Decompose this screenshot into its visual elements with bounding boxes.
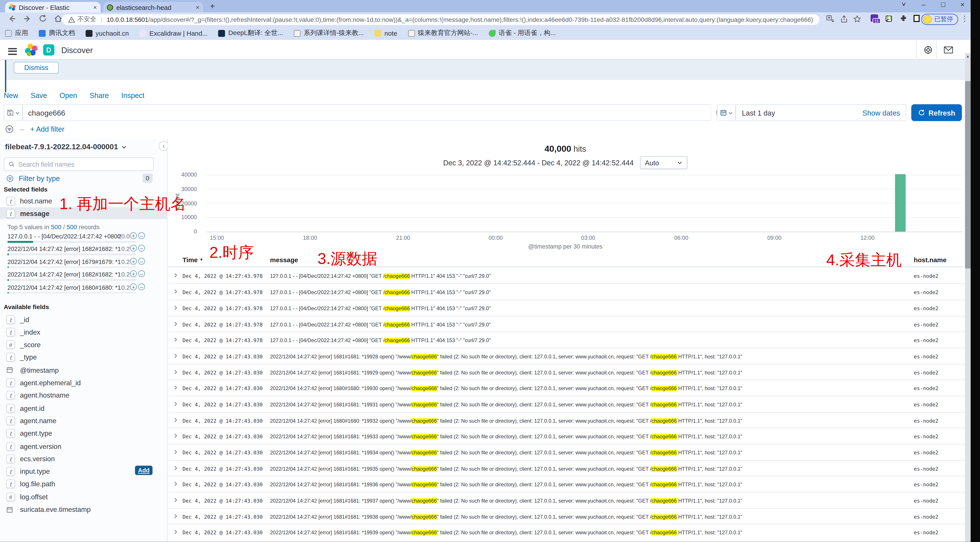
records-link[interactable]: 500 [51,223,61,230]
filter-for-value-icon[interactable]: + [130,232,137,239]
bookmark-item[interactable]: 腾讯文档 [39,29,75,37]
filter-for-value-icon[interactable]: + [130,270,137,277]
date-quick-select-button[interactable] [717,105,735,121]
expand-row-icon[interactable] [173,385,178,390]
sidebar-field-agent-id[interactable]: tagent.id [0,402,156,414]
menu-share[interactable]: Share [90,92,109,99]
filter-out-value-icon[interactable]: – [138,232,145,239]
table-row[interactable]: Dec 4, 2022 @ 14:27:43.978127.0.0.1 - - … [168,331,966,348]
sidebar-field--id[interactable]: t_id [0,313,156,325]
profile-chip[interactable]: 已暂停 [921,14,958,25]
new-tab-button[interactable]: + [210,1,215,11]
date-range-control[interactable]: Last 1 day Show dates [735,105,906,121]
sidebar-field-log-file-path[interactable]: tlog.file.path [0,478,156,490]
show-dates-link[interactable]: Show dates [862,109,900,116]
elastic-logo[interactable] [25,44,37,56]
expand-row-icon[interactable] [173,321,178,326]
sidebar-field--index[interactable]: t_index [0,326,156,338]
extension-head-icon[interactable] [885,14,893,22]
table-row[interactable]: Dec 4, 2022 @ 14:27:43.0302022/12/04 14:… [168,364,966,380]
expand-row-icon[interactable] [173,449,178,454]
refresh-button[interactable]: Refresh [911,105,962,121]
filter-out-value-icon[interactable]: – [138,258,145,265]
field-search[interactable] [4,157,154,171]
sidebar-collapse-button[interactable]: ‹ [159,141,169,151]
tab-close-icon[interactable]: × [93,4,97,11]
bookmark-item[interactable]: Excalidraw | Hand... [140,29,208,37]
window-maximize-icon[interactable]: □ [936,1,950,8]
filter-out-value-icon[interactable]: – [138,270,145,277]
sidebar-field-agent-hostname[interactable]: tagent.hostname [0,390,156,401]
expand-row-icon[interactable] [173,482,178,487]
scrollbar-thumb[interactable] [965,81,971,269]
bookmark-item[interactable]: 系列课详情-猿来教... [294,29,364,37]
sidebar-field-agent-ephemeral-id[interactable]: tagent.ephemeral_id [0,377,156,388]
window-close-icon[interactable]: × [956,1,969,8]
window-minimize-icon[interactable]: – [917,1,931,8]
home-icon[interactable] [54,14,63,23]
table-row[interactable]: Dec 4, 2022 @ 14:27:43.0302022/12/04 14:… [168,412,966,428]
column-time[interactable]: Time ▼ [183,256,203,263]
forward-icon[interactable] [23,14,32,23]
histogram-bar[interactable] [895,174,905,231]
records-link[interactable]: 500 [67,223,77,230]
url-bar[interactable]: 不安全 | 10.0.0.18:5601/app/discover#/?_g=(… [62,14,819,25]
sidebar-field-ecs-version[interactable]: tecs.version [0,453,156,465]
help-icon[interactable] [924,46,932,54]
query-input[interactable]: chaoge666 KQL [22,105,711,121]
sidebar-field-input-type[interactable]: tinput.typeAdd [0,465,156,477]
interval-select[interactable]: Auto [640,156,687,169]
sidebar-field-agent-version[interactable]: tagent.version [0,440,156,452]
expand-row-icon[interactable] [173,369,178,374]
filter-icon[interactable] [5,125,14,134]
window-menu-icon[interactable]: ˅ [897,1,910,8]
table-row[interactable]: Dec 4, 2022 @ 14:27:43.0302022/12/04 14:… [168,508,966,524]
table-row[interactable]: Dec 4, 2022 @ 14:27:43.0302022/12/04 14:… [168,348,966,364]
sidebar-field-log-offset[interactable]: #log.offset [0,491,156,502]
dismiss-button[interactable]: Dismiss [14,62,59,74]
sidebar-field--score[interactable]: #_score [0,339,156,351]
sidebar-field--timestamp[interactable]: @timestamp [0,364,156,376]
field-search-input[interactable] [18,160,149,168]
sidebar-field--type[interactable]: t_type [0,351,156,363]
filter-for-value-icon[interactable]: + [130,258,137,265]
table-row[interactable]: Dec 4, 2022 @ 14:27:43.0302022/12/04 14:… [168,476,966,492]
table-row[interactable]: Dec 4, 2022 @ 14:27:43.0302022/12/04 14:… [168,380,966,396]
filter-for-value-icon[interactable]: + [130,283,137,290]
space-avatar[interactable]: D [43,44,54,55]
tab-close-icon[interactable]: × [196,4,199,11]
sidebar-field-agent-name[interactable]: tagent.name [0,415,156,426]
table-row[interactable]: Dec 4, 2022 @ 14:27:43.0302022/12/04 14:… [168,460,966,476]
table-row[interactable]: Dec 4, 2022 @ 14:27:43.0302022/12/04 14:… [168,428,966,444]
expand-row-icon[interactable] [173,401,178,406]
expand-row-icon[interactable] [173,289,178,294]
share-icon[interactable] [840,15,848,23]
sidebar-field-agent-type[interactable]: tagent.type [0,427,156,439]
browser-menu-icon[interactable]: ⋮ [961,14,968,23]
filter-out-value-icon[interactable]: – [138,283,145,290]
newsfeed-icon[interactable] [944,46,953,54]
menu-hamburger-icon[interactable] [8,46,17,56]
expand-row-icon[interactable] [173,417,178,422]
menu-save[interactable]: Save [31,92,47,99]
extensions-puzzle-icon[interactable] [899,14,907,22]
expand-row-icon[interactable] [173,337,178,342]
bookmark-item[interactable]: 语雀 - 用语雀，构... [489,29,556,37]
add-filter-link[interactable]: + Add filter [30,125,64,133]
column-message[interactable]: message [270,256,298,263]
table-row[interactable]: Dec 4, 2022 @ 14:27:43.978127.0.0.1 - - … [168,315,966,331]
expand-row-icon[interactable] [173,498,178,502]
menu-inspect[interactable]: Inspect [121,92,145,99]
expand-row-icon[interactable] [173,433,178,438]
saved-query-button[interactable] [4,105,22,121]
add-field-button[interactable]: Add [135,465,152,475]
bookmark-item[interactable]: yuchaoit.cn [86,29,129,37]
translate-icon[interactable] [826,15,835,23]
filter-by-type[interactable]: Filter by type [6,175,60,182]
sidebar-field-suricata-eve-timestamp[interactable]: suricata.eve.timestamp [0,504,156,515]
filter-for-value-icon[interactable]: + [130,245,137,252]
expand-row-icon[interactable] [173,529,178,534]
expand-row-icon[interactable] [173,353,178,358]
browser-tab-discover[interactable]: Discover - Elastic × [5,2,101,13]
table-row[interactable]: Dec 4, 2022 @ 14:27:43.0302022/12/04 14:… [168,444,966,460]
